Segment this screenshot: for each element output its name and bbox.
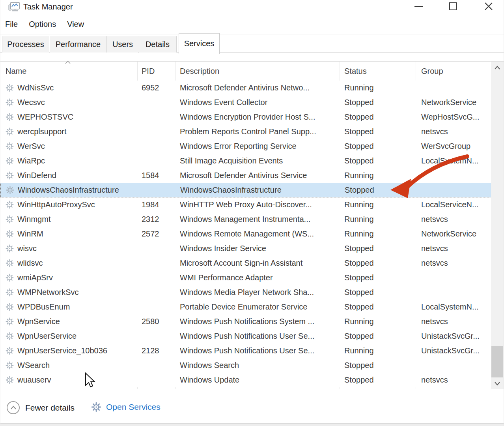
table-row[interactable]: wercplsupportProblem Reports Control Pan… — [0, 124, 492, 139]
table-row[interactable]: wlidsvcMicrosoft Account Sign-in Assista… — [0, 256, 492, 270]
footer-divider — [83, 402, 83, 415]
open-services-button[interactable]: Open Services — [91, 402, 161, 412]
tab-performance[interactable]: Performance — [50, 36, 107, 53]
table-row[interactable]: WPDBusEnumPortable Device Enumerator Ser… — [0, 300, 492, 314]
circle-chevron-up-icon — [7, 401, 20, 414]
table-row[interactable]: wmiApSrvWMI Performance AdapterStopped — [0, 270, 492, 285]
service-name: WinRM — [17, 229, 43, 238]
table-row[interactable]: WMPNetworkSvcWindows Media Player Networ… — [0, 285, 492, 300]
table-row[interactable]: Winmgmt2312Windows Management Instrument… — [0, 212, 492, 227]
table-row[interactable]: WEPHOSTSVCWindows Encryption Provider Ho… — [0, 110, 492, 124]
table-row[interactable]: WinHttpAutoProxySvc1984WinHTTP Web Proxy… — [0, 197, 492, 212]
open-services-label: Open Services — [106, 402, 161, 412]
service-status: Stopped — [340, 142, 416, 151]
service-name: wercplsupport — [17, 127, 67, 136]
service-description: Windows Encryption Provider Host S... — [175, 113, 340, 122]
table-row[interactable]: wisvcWindows Insider ServiceStoppednetsv… — [0, 241, 492, 256]
column-header-status[interactable]: Status — [340, 67, 416, 76]
column-header-pid[interactable]: PID — [137, 67, 175, 76]
service-description: Microsoft Defender Antivirus Netwo... — [175, 83, 340, 92]
table-row[interactable]: WiaRpcStill Image Acquisition EventsStop… — [0, 154, 492, 168]
table-row[interactable]: WinDefend1584Microsoft Defender Antiviru… — [0, 168, 492, 183]
column-header-name[interactable]: Name — [0, 67, 137, 76]
fewer-details-label: Fewer details — [25, 403, 75, 413]
service-status: Stopped — [340, 332, 416, 341]
service-group: LocalSystemN... — [416, 156, 492, 165]
task-manager-window: Task Manager File Options View Processes… — [0, 0, 504, 426]
table-row[interactable]: WecsvcWindows Event CollectorStoppedNetw… — [0, 95, 492, 110]
window-title: Task Manager — [23, 2, 73, 11]
service-group: netsvcs — [416, 127, 492, 136]
service-name: wuauserv — [17, 375, 51, 385]
table-row[interactable]: WdNisSvc6952Microsoft Defender Antivirus… — [0, 81, 492, 95]
service-name-cell: wmiApSrv — [0, 273, 137, 282]
service-gear-icon — [6, 303, 14, 311]
tab-processes[interactable]: Processes — [2, 36, 49, 53]
service-name-cell: WdNisSvc — [0, 83, 137, 92]
service-name: WpnUserService — [17, 332, 77, 341]
service-group: WerSvcGroup — [416, 142, 492, 151]
service-name: WindowsChaosInfrastructure — [18, 186, 119, 195]
service-description: Windows Insider Service — [175, 244, 340, 253]
services-list: Name PID Description Status Group WdNisS… — [0, 61, 504, 389]
close-button[interactable] — [480, 0, 498, 13]
service-name: WiaRpc — [17, 156, 45, 165]
service-status: Stopped — [340, 259, 416, 268]
service-name-cell: WpnUserService_10b036 — [0, 346, 137, 355]
service-pid: 1984 — [137, 200, 175, 209]
service-description: Windows Push Notifications System ... — [175, 317, 340, 326]
fewer-details-button[interactable]: Fewer details — [7, 401, 75, 414]
title-bar: Task Manager — [0, 0, 504, 14]
column-header-group[interactable]: Group — [416, 67, 492, 76]
service-status: Running — [340, 317, 416, 326]
service-name-cell: WpnUserService — [0, 332, 137, 341]
service-pid: 6952 — [137, 83, 175, 92]
tab-details[interactable]: Details — [139, 36, 177, 53]
service-status: Running — [340, 229, 416, 238]
service-description: Windows Push Notifications User Se... — [175, 332, 340, 341]
minimize-button[interactable] — [410, 0, 428, 13]
vertical-scrollbar[interactable] — [491, 62, 504, 389]
tab-users[interactable]: Users — [107, 36, 138, 53]
maximize-button[interactable] — [444, 0, 462, 13]
scrollbar-thumb[interactable] — [491, 346, 503, 378]
column-header-description[interactable]: Description — [175, 67, 340, 76]
menu-options[interactable]: Options — [29, 20, 56, 29]
service-gear-icon — [6, 376, 14, 384]
table-row[interactable]: WpnService2580Windows Push Notifications… — [0, 314, 492, 329]
tab-services[interactable]: Services — [179, 33, 220, 54]
menu-view[interactable]: View — [67, 20, 84, 29]
table-row[interactable]: WpnUserService_10b0362128Windows Push No… — [0, 343, 492, 358]
service-group: netsvcs — [416, 215, 492, 224]
service-gear-icon — [6, 157, 14, 165]
service-name-cell: WinRM — [0, 229, 137, 238]
service-group: netsvcs — [416, 375, 492, 385]
service-gear-icon — [6, 361, 14, 370]
service-group: WepHostSvcG... — [416, 113, 492, 122]
service-name: WinDefend — [17, 171, 56, 180]
table-row[interactable]: WpnUserServiceWindows Push Notifications… — [0, 329, 492, 343]
service-status: Running — [340, 215, 416, 224]
table-row[interactable]: WerSvcWindows Error Reporting ServiceSto… — [0, 139, 492, 154]
menu-file[interactable]: File — [5, 20, 18, 29]
service-pid: 2580 — [137, 317, 175, 326]
table-row[interactable]: WSearchWindows SearchStopped — [0, 358, 492, 373]
service-name: wisvc — [17, 244, 37, 253]
scroll-up-button[interactable] — [491, 62, 504, 73]
table-row[interactable]: WindowsChaosInfrastructureWindowsChaosIn… — [0, 183, 492, 197]
service-name: WerSvc — [17, 142, 45, 151]
service-gear-icon — [6, 171, 14, 180]
service-name-cell: WiaRpc — [0, 156, 137, 165]
service-gear-icon — [6, 244, 14, 253]
service-gear-icon — [6, 98, 14, 107]
table-body: WdNisSvc6952Microsoft Defender Antivirus… — [0, 81, 492, 387]
table-row[interactable]: WinRM2572Windows Remote Management (WS..… — [0, 227, 492, 241]
scroll-down-button[interactable] — [491, 377, 504, 389]
service-gear-icon — [6, 142, 14, 150]
service-name-cell: WinHttpAutoProxySvc — [0, 200, 137, 209]
window-bottom-border — [0, 423, 504, 426]
service-group: netsvcs — [416, 244, 492, 253]
table-row[interactable]: wuauservWindows UpdateStoppednetsvcs — [0, 373, 492, 387]
service-description: Windows Update — [175, 375, 340, 385]
service-description: Windows Remote Management (WS... — [175, 229, 340, 238]
